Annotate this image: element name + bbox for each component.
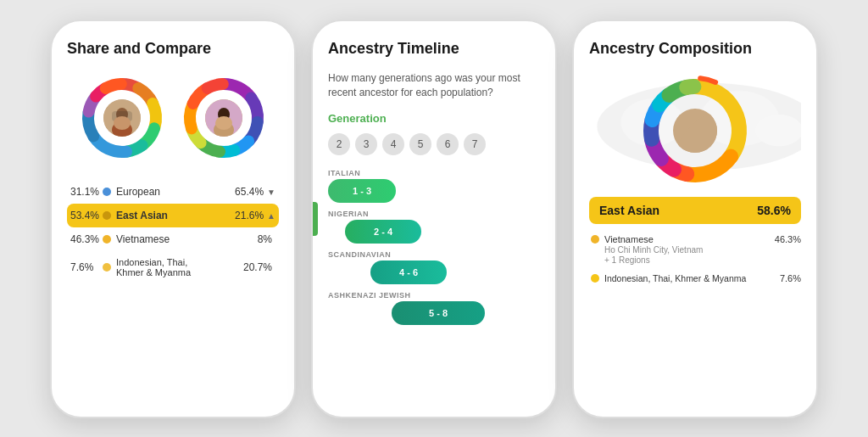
chevron-up-icon: ▲ — [267, 211, 275, 221]
phone3-ancestry-composition: Ancestry Composition — [572, 20, 818, 418]
comp-sub-row-indonesian: Indonesian, Thai, Khmer & Myanma 7.6% — [591, 273, 801, 283]
svg-point-12 — [755, 115, 801, 146]
comp-pct-indonesian: 7.6% — [780, 273, 801, 283]
stat-label-indonesian: Indonesian, Thai,Khmer & Myanma — [116, 257, 243, 277]
phone2-content: Ancestry Timeline How many generations a… — [313, 21, 555, 417]
phone1-share-compare: Share and Compare — [50, 20, 296, 418]
timeline-subtitle: How many generations ago was your most r… — [328, 71, 540, 100]
donut3-large — [636, 71, 754, 190]
comp-detail-hcmc: Ho Chi Minh City, Vietnam — [591, 245, 801, 255]
svg-point-4 — [114, 116, 131, 130]
phone1-content: Share and Compare — [52, 21, 294, 417]
stat-label-european: European — [116, 186, 235, 198]
comp-sub-indonesian: Indonesian, Thai, Khmer & Myanma 7.6% — [589, 273, 801, 283]
stat-dot-vietnamese — [103, 235, 111, 244]
phones-container: Share and Compare — [33, 3, 835, 435]
stat-pct-eastasian-left: 53.4% — [70, 210, 103, 221]
phone2-ancestry-timeline: Ancestry Timeline How many generations a… — [311, 20, 557, 418]
stat-label-eastasian: East Asian — [116, 210, 235, 221]
comp-pct-east-asian: 58.6% — [757, 204, 791, 217]
tl-bar-scandinavian: 4 - 6 — [370, 261, 447, 284]
tl-pop-label-italian: ITALIAN — [328, 169, 540, 177]
phone3-content: Ancestry Composition — [574, 21, 816, 417]
gen-num-2[interactable]: 2 — [328, 133, 350, 155]
tl-pop-label-nigerian: NIGERIAN — [328, 210, 540, 218]
tl-item-italian: ITALIAN 1 - 3 — [328, 169, 540, 203]
stat-dot-european — [103, 188, 111, 196]
generation-label: Generation — [328, 112, 540, 125]
donut2 — [177, 71, 270, 165]
stat-pct-eastasian-right: 21.6% — [235, 210, 264, 221]
comp-label-east-asian: East Asian — [599, 204, 659, 217]
avatar3-svg — [673, 109, 717, 153]
phone3-title: Ancestry Composition — [589, 40, 801, 59]
tl-item-nigerian: NIGERIAN 2 - 4 — [328, 210, 540, 244]
tl-pop-label-scandinavian: SCANDINAVIAN — [328, 250, 540, 259]
tl-bar-ashkenazi: 5 - 8 — [392, 301, 485, 325]
tl-item-ashkenazi: ASHKENAZI JEWISH 5 - 8 — [328, 291, 540, 325]
stat-dot-eastasian — [103, 211, 111, 220]
phone2-title: Ancestry Timeline — [328, 40, 540, 59]
stat-pct-vietnamese-right: 8% — [258, 233, 272, 245]
donut1 — [75, 71, 169, 165]
gen-numbers-row: 2 3 4 5 6 7 — [328, 133, 540, 155]
gen-num-6[interactable]: 6 — [437, 133, 459, 155]
comp-pct-vietnamese: 46.3% — [775, 234, 801, 244]
comp-label-indonesian: Indonesian, Thai, Khmer & Myanma — [604, 273, 775, 283]
chevron-down-icon: ▼ — [267, 188, 275, 197]
comp-detail-regions: + 1 Regions — [591, 255, 801, 265]
phone2-side-tab — [311, 202, 318, 236]
gen-num-7[interactable]: 7 — [464, 133, 486, 155]
tl-bar-wrap-ashkenazi: 5 - 8 — [328, 301, 540, 325]
comp-sub-vietnamese: Vietnamese 46.3% Ho Chi Minh City, Vietn… — [589, 234, 801, 265]
stat-pct-indonesian-right: 20.7% — [243, 261, 272, 273]
comp-dot-vietnamese — [591, 235, 599, 244]
stat-label-vietnamese: Vietnamese — [116, 233, 258, 245]
avatar1-svg — [103, 99, 141, 137]
donut2-avatar — [205, 99, 242, 137]
stats-list: 31.1% European 65.4% ▼ 53.4% East Asian … — [67, 180, 279, 283]
composition-highlight-bar: East Asian 58.6% — [589, 197, 801, 224]
timeline-items: ITALIAN 1 - 3 NIGERIAN 2 - 4 SCANDINAVIA… — [328, 169, 540, 325]
phone1-title: Share and Compare — [67, 40, 279, 59]
comp-dot-indonesian — [591, 274, 599, 283]
donut1-avatar — [103, 99, 141, 137]
comp-label-vietnamese: Vietnamese — [604, 234, 770, 244]
gen-num-3[interactable]: 3 — [355, 133, 377, 155]
svg-point-8 — [215, 116, 232, 130]
tl-bar-wrap-scandinavian: 4 - 6 — [328, 261, 540, 284]
tl-item-scandinavian: SCANDINAVIAN 4 - 6 — [328, 250, 540, 284]
stat-row-vietnamese[interactable]: 46.3% Vietnamese 8% — [67, 227, 279, 251]
tl-pop-label-ashkenazi: ASHKENAZI JEWISH — [328, 291, 540, 300]
donut-row — [67, 71, 279, 165]
tl-bar-nigerian: 2 - 4 — [345, 220, 421, 244]
stat-row-european[interactable]: 31.1% European 65.4% ▼ — [67, 180, 279, 204]
stat-dot-indonesian — [103, 263, 111, 272]
stat-pct-european-right: 65.4% — [235, 186, 264, 198]
svg-point-13 — [673, 109, 717, 153]
tl-bar-wrap-nigerian: 2 - 4 — [328, 220, 540, 244]
comp-sub-row-vietnamese: Vietnamese 46.3% — [591, 234, 801, 244]
stat-pct-european-left: 31.1% — [70, 186, 103, 198]
tl-bar-italian: 1 - 3 — [328, 179, 396, 203]
stat-pct-vietnamese-left: 46.3% — [70, 233, 103, 245]
donut3-avatar — [673, 109, 717, 153]
stat-pct-indonesian-left: 7.6% — [70, 261, 103, 273]
tl-bar-wrap-italian: 1 - 3 — [328, 179, 540, 203]
avatar2-svg — [205, 99, 242, 137]
stat-row-east-asian[interactable]: 53.4% East Asian 21.6% ▲ — [67, 204, 279, 227]
stat-row-indonesian[interactable]: 7.6% Indonesian, Thai,Khmer & Myanma 20.… — [67, 251, 279, 283]
gen-num-5[interactable]: 5 — [409, 133, 431, 155]
gen-num-4[interactable]: 4 — [382, 133, 404, 155]
